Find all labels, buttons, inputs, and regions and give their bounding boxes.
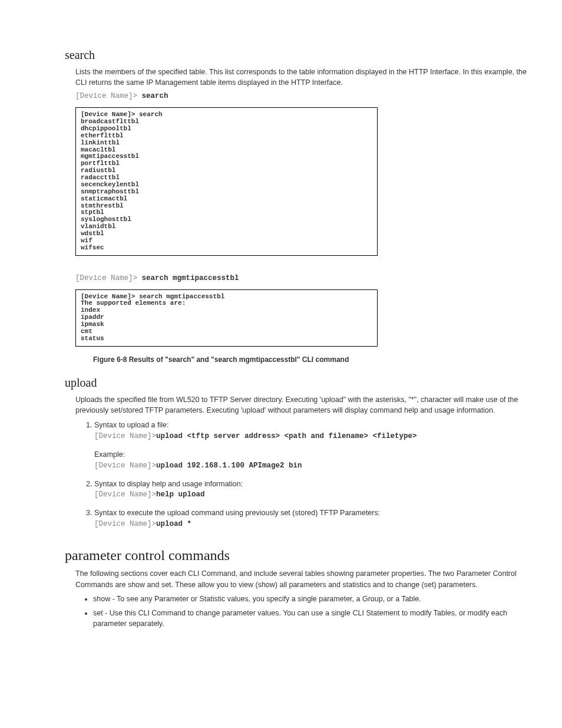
terminal-output-2: [Device Name]> search mgmtipaccesstbl Th… (75, 289, 378, 347)
command: search mgmtipaccesstbl (142, 274, 239, 282)
upload-heading: upload (65, 375, 527, 391)
item-label: Syntax to display help and usage informa… (94, 480, 243, 488)
upload-item-1: Syntax to upload a file: [Device Name]>u… (94, 420, 527, 471)
figure-caption: Figure 6-8 Results of "search" and "sear… (93, 355, 527, 364)
pcc-heading: parameter control commands (65, 546, 527, 565)
prompt: [Device Name]> (94, 432, 156, 440)
prompt: [Device Name]> (75, 92, 137, 100)
bullet-set: set - Use this CLI Command to change par… (93, 608, 527, 629)
search-cmd1: [Device Name]> search (75, 91, 527, 101)
bullet-show: show - To see any Parameter or Statistic… (93, 594, 527, 604)
upload-cmd1: [Device Name]>upload <tftp server addres… (94, 431, 527, 442)
upload-intro: Uploads the specified file from WL520 to… (75, 394, 527, 416)
upload-example-cmd: [Device Name]>upload 192.168.1.100 APIma… (94, 461, 527, 471)
command: upload 192.168.1.100 APImage2 bin (156, 462, 302, 470)
item-label: Syntax to execute the upload command usi… (94, 509, 380, 517)
item-label: Syntax to upload a file: (94, 421, 168, 429)
prompt: [Device Name]> (94, 462, 156, 470)
upload-item-2: Syntax to display help and usage informa… (94, 479, 527, 500)
prompt: [Device Name]> (75, 274, 137, 282)
command: search (142, 92, 168, 100)
search-intro: Lists the members of the specified table… (75, 67, 527, 88)
upload-cmd2: [Device Name]>help upload (94, 490, 527, 500)
upload-cmd3: [Device Name]>upload * (94, 519, 527, 529)
prompt: [Device Name]> (94, 490, 156, 499)
search-cmd2: [Device Name]> search mgmtipaccesstbl (75, 274, 527, 284)
example-label: Example: (94, 450, 527, 460)
pcc-intro: The following sections cover each CLI Co… (75, 568, 527, 589)
command: upload * (156, 520, 191, 528)
upload-item-3: Syntax to execute the upload command usi… (94, 508, 527, 529)
prompt: [Device Name]> (94, 520, 156, 528)
terminal-output-1: [Device Name]> search broadcastflttbl dh… (75, 107, 378, 256)
command: upload <tftp server address> <path and f… (156, 432, 417, 440)
search-heading: search (65, 47, 527, 63)
command: help upload (156, 490, 205, 499)
